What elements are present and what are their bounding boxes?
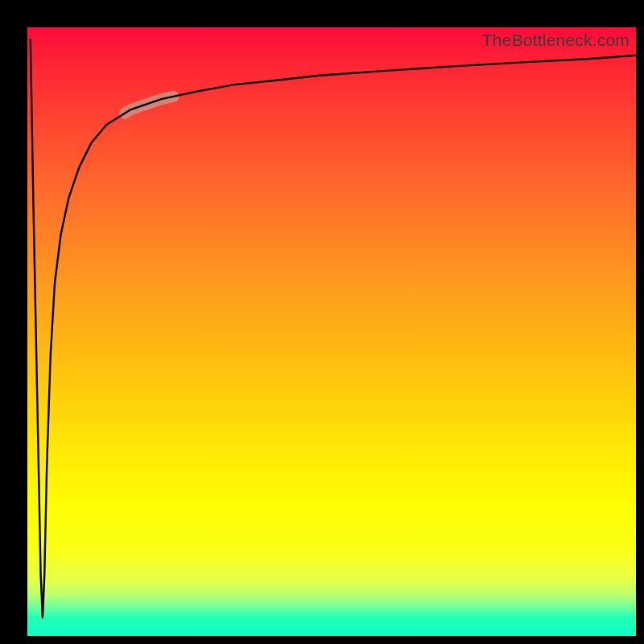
watermark-label: TheBottleneck.com (482, 31, 630, 50)
plot-area: TheBottleneck.com (27, 27, 636, 636)
chart-canvas: TheBottleneck.com (0, 0, 644, 644)
